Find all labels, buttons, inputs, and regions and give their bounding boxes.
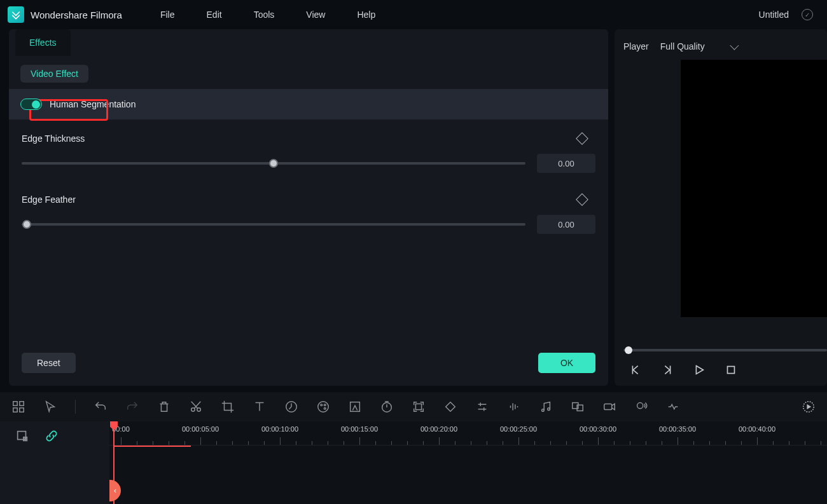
menu-help[interactable]: Help: [351, 7, 382, 22]
slider-thumb[interactable]: [269, 159, 278, 168]
keyframe-icon[interactable]: [576, 193, 588, 206]
svg-rect-14: [415, 404, 421, 409]
layout-icon[interactable]: [11, 400, 25, 414]
ruler-mark: 00:00:05:00: [182, 425, 219, 433]
sync-status-icon[interactable]: ✓: [802, 9, 813, 20]
record-icon[interactable]: [602, 400, 616, 414]
ok-button[interactable]: OK: [538, 353, 595, 373]
ruler-mark: 00:00:10:00: [261, 425, 298, 433]
prev-frame-button[interactable]: [629, 363, 643, 377]
ruler-mark: 00:00:20:00: [420, 425, 457, 433]
svg-point-16: [548, 408, 550, 411]
edge-feather-value[interactable]: 0.00: [537, 215, 595, 234]
delete-icon[interactable]: [157, 400, 171, 414]
undo-icon[interactable]: [94, 400, 108, 414]
app-name: Wondershare Filmora: [31, 10, 122, 20]
svg-point-9: [321, 404, 323, 406]
svg-rect-4: [20, 408, 24, 412]
ruler-mark: 00:00:25:00: [500, 425, 537, 433]
svg-rect-2: [20, 402, 24, 405]
translate-icon[interactable]: [571, 400, 585, 414]
player-progress[interactable]: [623, 349, 827, 351]
voiceover-icon[interactable]: [634, 400, 648, 414]
video-effect-pill-label: Video Effect: [31, 69, 78, 79]
svg-rect-19: [604, 404, 612, 409]
audio-sync-icon[interactable]: [666, 400, 680, 414]
edge-feather-label: Edge Feather: [22, 194, 578, 205]
speed-icon[interactable]: [284, 400, 298, 414]
preview-viewport[interactable]: [681, 60, 827, 317]
cut-icon[interactable]: [189, 400, 203, 414]
quality-dropdown[interactable]: Full Quality: [660, 41, 737, 51]
music-icon[interactable]: [539, 400, 553, 414]
slider-thumb[interactable]: [22, 220, 31, 229]
section-toggle-row: Human Segmentation: [9, 89, 608, 119]
timeline-selection: [113, 446, 191, 447]
edge-thickness-value[interactable]: 0.00: [537, 154, 595, 173]
edge-feather-slider[interactable]: [22, 223, 525, 226]
svg-rect-1: [13, 402, 17, 405]
clip-handle[interactable]: ‹: [109, 480, 121, 501]
progress-thumb[interactable]: [625, 346, 632, 354]
svg-point-15: [542, 409, 545, 412]
stop-button[interactable]: [724, 363, 738, 377]
timeline-toolbar: [0, 392, 827, 421]
link-track-icon[interactable]: [45, 429, 59, 443]
redo-icon[interactable]: [125, 400, 139, 414]
edge-thickness-slider[interactable]: [22, 162, 525, 165]
svg-rect-3: [13, 408, 17, 412]
param-edge-feather: Edge Feather 0.00: [22, 194, 595, 234]
svg-rect-12: [351, 402, 360, 412]
svg-point-10: [324, 404, 326, 406]
expand-icon[interactable]: [412, 400, 426, 414]
effects-panel: Effects Video Effect Human Segmentation …: [9, 29, 608, 386]
play-button[interactable]: [692, 363, 706, 377]
adjust-icon[interactable]: [475, 400, 489, 414]
audio-eq-icon[interactable]: [507, 400, 521, 414]
player-label: Player: [623, 41, 649, 51]
green-screen-icon[interactable]: [348, 400, 362, 414]
menu-tools[interactable]: Tools: [247, 7, 281, 22]
timeline: 00:0000:00:05:0000:00:10:0000:00:15:0000…: [0, 421, 827, 504]
menubar: Wondershare Filmora File Edit Tools View…: [0, 0, 827, 29]
ruler-mark: 00:00:35:00: [659, 425, 696, 433]
tab-effects[interactable]: Effects: [15, 29, 71, 56]
svg-point-11: [324, 407, 326, 409]
video-effect-pill[interactable]: Video Effect: [20, 65, 88, 83]
keyframe-tool-icon[interactable]: [443, 400, 457, 414]
separator: [75, 400, 76, 414]
keyframe-icon[interactable]: [576, 132, 588, 145]
menu-view[interactable]: View: [300, 7, 331, 22]
ruler-mark: 00:00:40:00: [739, 425, 775, 433]
timer-icon[interactable]: [380, 400, 394, 414]
menu-edit[interactable]: Edit: [200, 7, 228, 22]
document-title: Untitled: [759, 10, 789, 20]
menu-file[interactable]: File: [154, 7, 181, 22]
color-icon[interactable]: [316, 400, 330, 414]
quality-value: Full Quality: [660, 41, 705, 51]
effects-tabbar: Effects: [9, 29, 608, 56]
cursor-icon[interactable]: [43, 400, 57, 414]
tab-effects-label: Effects: [29, 37, 57, 48]
ruler-mark: 00:00:30:00: [580, 425, 616, 433]
svg-point-8: [318, 402, 329, 412]
reset-button[interactable]: Reset: [22, 353, 76, 373]
timeline-ruler-area[interactable]: 00:0000:00:05:0000:00:10:0000:00:15:0000…: [109, 421, 827, 504]
edge-thickness-label: Edge Thickness: [22, 133, 578, 144]
player-panel: Player Full Quality: [615, 29, 827, 386]
timeline-track-header: [0, 421, 109, 504]
add-track-icon[interactable]: [15, 429, 29, 443]
ruler-mark: 00:00:15:00: [341, 425, 378, 433]
svg-rect-0: [728, 367, 735, 374]
param-edge-thickness: Edge Thickness 0.00: [22, 133, 595, 173]
svg-rect-22: [18, 432, 26, 440]
text-icon[interactable]: [253, 400, 267, 414]
svg-point-20: [637, 403, 643, 409]
next-frame-button[interactable]: [660, 363, 674, 377]
human-segmentation-toggle[interactable]: [20, 99, 42, 110]
app-logo-icon: [8, 6, 24, 23]
chevron-down-icon: [730, 41, 739, 50]
crop-icon[interactable]: [221, 400, 235, 414]
section-name: Human Segmentation: [50, 99, 136, 109]
render-preview-icon[interactable]: [802, 400, 816, 414]
